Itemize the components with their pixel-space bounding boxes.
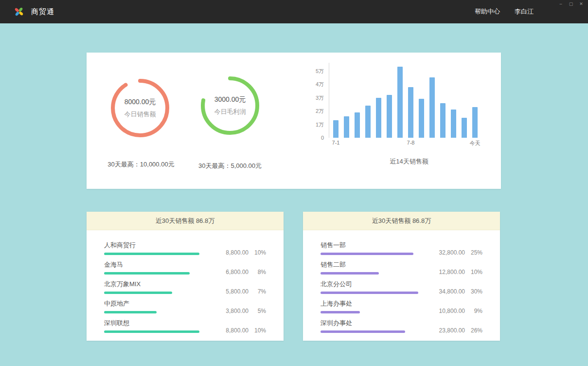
x-tick-label — [451, 140, 456, 147]
rank-percent: 5% — [249, 308, 266, 314]
rank-row: 销售一部32,800.0025% — [321, 242, 482, 261]
rank-bar-track — [321, 253, 440, 255]
rank-bar-track — [321, 292, 440, 294]
rank-amount: 3,800.00 — [226, 308, 249, 314]
today-sales-label: 今日销售额 — [125, 110, 156, 119]
rank-row: 上海办事处10,800.009% — [321, 300, 482, 320]
rank-bar — [321, 311, 360, 313]
rank-amount: 8,800.00 — [226, 249, 249, 256]
rank-name: 北京万象MIX — [104, 281, 266, 288]
y-tick-label: 5万 — [316, 68, 324, 74]
rank-amount: 12,800.00 — [439, 269, 465, 275]
rank-percent: 26% — [465, 327, 482, 334]
rank-percent: 10% — [249, 249, 266, 256]
bar-chart-title: 近14天销售额 — [329, 157, 489, 166]
x-tick-label: 今天 — [472, 140, 478, 147]
rank-bar-track — [104, 292, 223, 294]
rank-name: 深圳联想 — [104, 320, 266, 327]
rank-amount: 34,800.00 — [439, 288, 465, 295]
rank-bar-track — [104, 330, 223, 333]
rank-bar-track — [321, 311, 440, 313]
rank-bar — [321, 292, 418, 294]
bar — [397, 67, 403, 138]
rank-name: 北京分公司 — [321, 281, 482, 288]
bar — [440, 103, 445, 138]
bar — [376, 98, 381, 138]
x-tick-label — [397, 140, 403, 147]
rank-value: 32,800.0025% — [439, 249, 482, 256]
window-controls: – ▢ ✕ — [558, 1, 584, 7]
rank-value: 34,800.0030% — [439, 288, 482, 295]
bar — [344, 116, 349, 138]
bar — [387, 95, 392, 138]
rank-value: 6,800.008% — [226, 269, 266, 275]
rank-bar — [321, 272, 379, 274]
today-sales-value: 8000.00元 — [125, 98, 156, 107]
rank-percent: 10% — [249, 327, 266, 334]
rank-name: 中原地产 — [104, 300, 266, 307]
bar — [472, 107, 478, 138]
rank-value: 8,800.0010% — [226, 249, 266, 256]
bar — [333, 120, 339, 138]
rank-bar — [104, 292, 172, 294]
rank-row: 中原地产3,800.005% — [104, 300, 266, 320]
y-tick-label: 2万 — [316, 108, 324, 114]
rank-bar-track — [321, 272, 440, 274]
customer-rank-list: 人和商贸行8,800.0010%金海马6,800.008%北京万象MIX5,80… — [87, 230, 284, 339]
customer-rank-card: 近30天销售额 86.8万 人和商贸行8,800.0010%金海马6,800.0… — [87, 212, 284, 341]
rank-amount: 23,800.00 — [439, 327, 465, 334]
bar — [462, 118, 467, 138]
bar — [355, 112, 360, 138]
rank-value: 10,800.009% — [439, 308, 482, 314]
x-tick-label — [440, 140, 445, 147]
minimize-icon[interactable]: – — [558, 1, 564, 7]
rank-bar — [321, 330, 405, 333]
y-tick-label: 0 — [321, 134, 324, 141]
bar-xlabels: 7-17-8今天 — [329, 140, 478, 147]
x-tick-label — [355, 140, 360, 147]
today-profit-label: 今日毛利润 — [214, 108, 246, 116]
rank-percent: 7% — [249, 288, 266, 295]
user-name-link[interactable]: 李白江 — [515, 7, 534, 16]
today-sales-donut: 8000.00元 今日销售额 — [110, 78, 170, 138]
bar — [451, 110, 456, 138]
x-tick-label: 7-1 — [333, 140, 339, 147]
maximize-icon[interactable]: ▢ — [568, 1, 574, 7]
rank-bar — [104, 253, 199, 255]
rank-bar — [321, 253, 413, 255]
help-center-link[interactable]: 帮助中心 — [475, 7, 500, 16]
rank-name: 销售一部 — [321, 242, 482, 249]
x-tick-label: 7-8 — [408, 140, 413, 147]
customer-rank-title: 近30天销售额 86.8万 — [87, 212, 284, 230]
bar-plot — [329, 63, 478, 138]
rank-bar-track — [104, 311, 223, 313]
titlebar-links: 帮助中心 李白江 — [475, 7, 534, 16]
app-logo-pinwheel-icon — [14, 6, 24, 17]
rank-amount: 10,800.00 — [439, 308, 465, 314]
x-tick-label — [419, 140, 424, 147]
profit-30d-max: 30天最高：5,000.00元 — [167, 162, 293, 170]
rank-percent: 10% — [465, 269, 482, 275]
rank-name: 人和商贸行 — [104, 242, 266, 249]
rank-name: 金海马 — [104, 261, 266, 268]
overview-card: 8000.00元 今日销售额 30天最高：10,000.00元 3000.00元… — [87, 53, 501, 189]
x-tick-label — [344, 140, 349, 147]
department-rank-list: 销售一部32,800.0025%销售二部12,800.0010%北京分公司34,… — [303, 230, 500, 339]
rank-percent: 9% — [465, 308, 482, 314]
x-tick-label — [365, 140, 371, 147]
rank-bar — [104, 272, 190, 274]
rank-bar — [104, 311, 157, 313]
rank-row: 北京万象MIX5,800.007% — [104, 281, 266, 300]
rank-percent: 30% — [465, 288, 482, 295]
today-profit-value: 3000.00元 — [214, 95, 246, 104]
rank-name: 深圳办事处 — [321, 320, 482, 327]
rank-row: 销售二部12,800.0010% — [321, 261, 482, 281]
rank-amount: 6,800.00 — [226, 269, 249, 275]
rank-amount: 32,800.00 — [439, 249, 465, 256]
department-rank-card: 近30天销售额 86.8万 销售一部32,800.0025%销售二部12,800… — [303, 212, 500, 341]
rank-row: 人和商贸行8,800.0010% — [104, 242, 266, 261]
rank-amount: 5,800.00 — [226, 288, 249, 295]
y-tick-label: 4万 — [316, 81, 324, 88]
close-icon[interactable]: ✕ — [578, 1, 584, 7]
rank-value: 23,800.0026% — [439, 327, 482, 334]
